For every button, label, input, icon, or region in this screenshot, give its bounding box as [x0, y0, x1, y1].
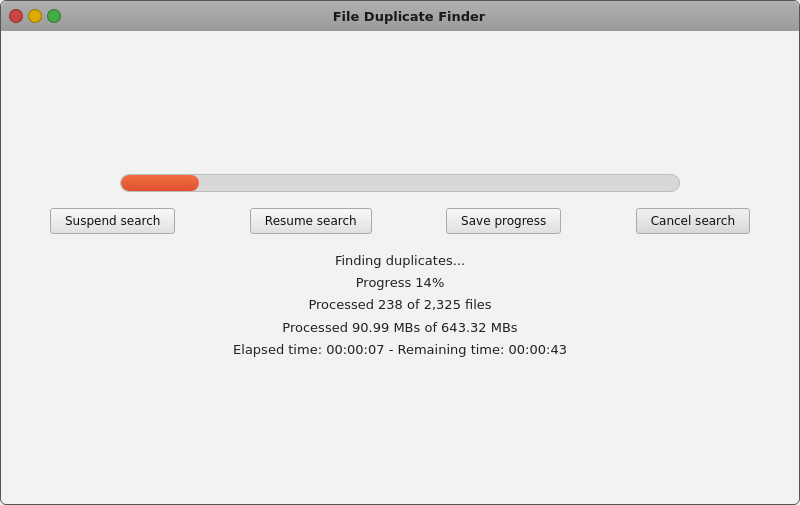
- status-text: Finding duplicates... Progress 14% Proce…: [233, 250, 567, 360]
- main-window: File Duplicate Finder Suspend search Res…: [0, 0, 800, 505]
- close-button[interactable]: [9, 9, 23, 23]
- save-progress-button[interactable]: Save progress: [446, 208, 561, 234]
- cancel-search-button[interactable]: Cancel search: [636, 208, 750, 234]
- resume-search-button[interactable]: Resume search: [250, 208, 372, 234]
- status-line-5: Elapsed time: 00:00:07 - Remaining time:…: [233, 339, 567, 361]
- main-content: Suspend search Resume search Save progre…: [1, 31, 799, 504]
- status-line-1: Finding duplicates...: [233, 250, 567, 272]
- status-line-2: Progress 14%: [233, 272, 567, 294]
- status-line-3: Processed 238 of 2,325 files: [233, 294, 567, 316]
- suspend-search-button[interactable]: Suspend search: [50, 208, 175, 234]
- buttons-row: Suspend search Resume search Save progre…: [50, 208, 750, 234]
- window-controls: [9, 9, 61, 23]
- progress-bar-fill: [121, 175, 199, 191]
- minimize-button[interactable]: [28, 9, 42, 23]
- titlebar: File Duplicate Finder: [1, 1, 799, 31]
- maximize-button[interactable]: [47, 9, 61, 23]
- status-line-4: Processed 90.99 MBs of 643.32 MBs: [233, 317, 567, 339]
- progress-bar-track: [120, 174, 680, 192]
- window-title: File Duplicate Finder: [67, 9, 751, 24]
